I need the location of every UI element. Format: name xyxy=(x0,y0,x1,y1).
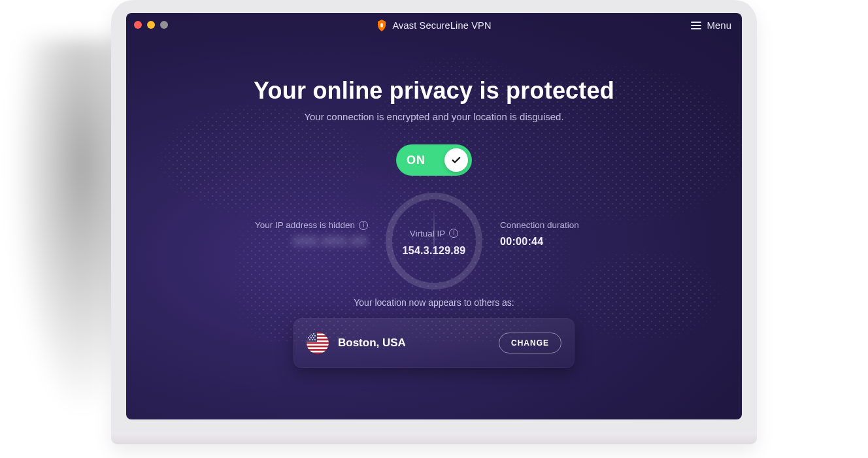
subtitle: Your connection is encrypted and your lo… xyxy=(126,111,742,122)
location-name: Boston, USA xyxy=(338,336,406,350)
device-frame: Avast SecureLine VPN Menu Your online pr… xyxy=(111,0,757,444)
avast-logo-icon xyxy=(376,20,387,31)
toggle-state-label: ON xyxy=(407,154,426,167)
headline: Your online privacy is protected xyxy=(126,77,742,105)
svg-point-14 xyxy=(312,335,313,336)
svg-point-10 xyxy=(308,333,309,335)
svg-rect-6 xyxy=(307,344,329,346)
zoom-window-icon[interactable] xyxy=(160,21,168,29)
svg-point-18 xyxy=(313,337,314,338)
location-intro: Your location now appears to others as: xyxy=(126,297,742,308)
svg-point-13 xyxy=(309,335,310,336)
main-content: Your online privacy is protected Your co… xyxy=(126,38,742,368)
info-icon[interactable]: i xyxy=(359,221,368,230)
toggle-knob xyxy=(444,148,468,172)
us-flag-icon xyxy=(307,332,329,354)
svg-rect-3 xyxy=(307,334,329,336)
virtual-ip-label: Virtual IP xyxy=(410,229,446,238)
svg-point-17 xyxy=(310,337,312,338)
hamburger-icon xyxy=(691,22,701,29)
status-row: Your IP address is hidden i XXX.XXX.XX V… xyxy=(199,193,669,284)
change-location-button[interactable]: CHANGE xyxy=(499,333,561,353)
virtual-ip-ring: Virtual IP i 154.3.129.89 xyxy=(386,193,482,289)
hidden-ip-label: Your IP address is hidden xyxy=(255,220,355,230)
menu-button[interactable]: Menu xyxy=(691,20,731,31)
device-base xyxy=(111,433,757,444)
menu-label: Menu xyxy=(707,20,731,31)
check-icon xyxy=(450,154,462,166)
virtual-ip-value: 154.3.129.89 xyxy=(402,245,465,257)
svg-point-15 xyxy=(314,335,316,336)
svg-point-16 xyxy=(308,337,309,338)
vpn-toggle[interactable]: ON xyxy=(396,144,472,176)
location-card: Boston, USA CHANGE xyxy=(293,318,575,368)
svg-rect-7 xyxy=(307,348,329,350)
svg-point-20 xyxy=(312,339,313,340)
svg-point-12 xyxy=(313,333,314,335)
close-window-icon[interactable] xyxy=(134,21,142,29)
titlebar: Avast SecureLine VPN Menu xyxy=(126,13,742,38)
hidden-ip-value: XXX.XXX.XX xyxy=(199,236,368,248)
app-title: Avast SecureLine VPN xyxy=(392,20,491,31)
svg-rect-9 xyxy=(307,332,317,342)
duration-value: 00:00:44 xyxy=(500,236,669,248)
svg-point-21 xyxy=(314,339,316,340)
duration-label: Connection duration xyxy=(500,220,579,230)
svg-point-19 xyxy=(309,339,310,340)
window-controls[interactable] xyxy=(134,21,168,29)
svg-rect-0 xyxy=(381,24,383,27)
app-window: Avast SecureLine VPN Menu Your online pr… xyxy=(126,13,742,419)
minimize-window-icon[interactable] xyxy=(147,21,155,29)
svg-point-11 xyxy=(310,333,312,335)
info-icon[interactable]: i xyxy=(449,229,458,238)
svg-rect-8 xyxy=(307,351,329,353)
